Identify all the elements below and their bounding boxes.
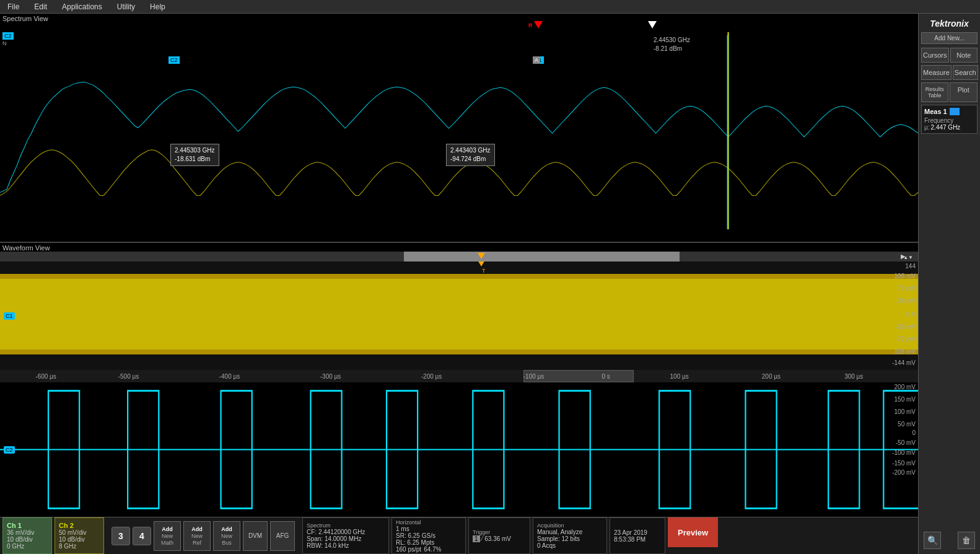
menu-help[interactable]: Help [147, 1, 168, 12]
time-label-3: -400 µs [219, 373, 240, 380]
wf-upper-y9: -144 mV [892, 359, 916, 366]
time-display: 8:53:38 PM [614, 536, 661, 543]
time-label-5: -200 µs [421, 373, 442, 380]
search-icon: 🔍 [927, 535, 938, 545]
horizontal-sr: SR: 6.25 GS/s [396, 532, 462, 539]
waveform-scrollbar[interactable]: ▶ ▲▼ [0, 252, 918, 262]
ch2-val1: 50 mV/div [59, 529, 100, 536]
menu-bar: File Edit Applications Utility Help [0, 0, 980, 14]
add-bus-btn[interactable]: Add New Bus [213, 521, 240, 551]
acquisition-acqs: 0 Acqs [537, 542, 603, 549]
afg-btn[interactable]: AFG [270, 521, 295, 551]
wf-upper-y3: 72 mV [898, 285, 916, 292]
wf-lower-panel: C2 200 mV 150 mV 100 mV 50 mV 0 -50 mV -… [0, 382, 918, 517]
r-label: R [528, 22, 533, 29]
trigger-ch-indicator: 1 [473, 535, 480, 542]
content-area: Spectrum View -5 dBm -15 dBm -25 dBm -35… [0, 14, 918, 554]
meas1-header: Meas 1 [924, 108, 974, 115]
menu-edit[interactable]: Edit [32, 1, 50, 12]
menu-applications[interactable]: Applications [59, 1, 105, 12]
spectrum-view-title: Spectrum View [2, 15, 48, 22]
wf-timescale: -600 µs -500 µs -400 µs -300 µs -200 µs … [0, 370, 918, 382]
add-ref-btn[interactable]: Add New Ref [183, 521, 211, 551]
wf-upper-y5: 0 V [906, 311, 916, 318]
trigger-marker-white [648, 21, 657, 29]
plot-button[interactable]: Plot [950, 82, 978, 102]
cursors-note-pair: Cursors Note [921, 48, 978, 63]
ch2-status: Ch 2 50 mV/div 10 dB/div 8 GHz [55, 517, 104, 554]
wf-upper-svg [0, 262, 918, 370]
cursors-button[interactable]: Cursors [921, 48, 949, 63]
main-layout: Spectrum View -5 dBm -15 dBm -25 dBm -35… [0, 14, 980, 554]
spectrum-cf: CF: 2.44120000 GHz [307, 529, 385, 535]
marker-R-info: 2.44530 GHz -8.21 dBm [654, 36, 690, 53]
svg-rect-4 [0, 274, 918, 354]
search-button[interactable]: Search [953, 65, 978, 80]
horizontal-rl: RL: 6.25 Mpts [396, 539, 462, 546]
num-btn-4[interactable]: 4 [133, 527, 151, 545]
horizontal-pts: 160 ps/pt [396, 546, 421, 553]
num-btn-3[interactable]: 3 [112, 527, 130, 545]
preview-button[interactable]: Preview [668, 517, 718, 547]
menu-utility[interactable]: Utility [115, 1, 138, 12]
wf-lower-y5: 0 [912, 429, 916, 436]
wf-upper-y6: -36 mV [896, 323, 916, 330]
wf-lower-y8: -150 mV [892, 460, 916, 467]
ch1-val3: 0 GHz [7, 543, 48, 550]
menu-file[interactable]: File [5, 1, 22, 12]
ch2-label: Ch 2 [59, 522, 100, 529]
meas1-box: Meas 1 Frequency µ: 2.447 GHz [921, 105, 978, 134]
date-display: 23 Apr 2019 [614, 529, 661, 536]
scroll-expand[interactable]: ▲▼ [903, 255, 913, 260]
marker-R-freq: 2.44530 GHz [654, 37, 690, 43]
wf-upper-y8: -108 mV [892, 348, 916, 355]
acquisition-status: Acquisition Manual, Analyze Sample: 12 b… [533, 517, 607, 554]
wf-lower-y1: 200 mV [895, 384, 916, 390]
ch2-val3: 8 GHz [59, 543, 100, 550]
acquisition-sample: Sample: 12 bits [537, 535, 603, 542]
meas1-color-indicator [950, 108, 960, 115]
wf-lower-y2: 150 mV [895, 396, 916, 403]
trash-icon-btn[interactable]: 🗑 [958, 532, 975, 549]
spectrum-waveform-svg [0, 14, 918, 242]
horizontal-time: 1 ms [396, 525, 462, 532]
time-label-selected: -100 µs [523, 373, 545, 380]
meas1-freq-label: Frequency [924, 117, 974, 124]
wf-lower-y6: -50 mV [896, 439, 916, 446]
acquisition-label: Acquisition [537, 522, 603, 529]
measure-button[interactable]: Measure [921, 65, 952, 80]
status-bar: Ch 1 36 mV/div 10 dB/div 0 GHz Ch 2 50 m… [0, 517, 918, 554]
wf-C2-channel-label: C2 [4, 446, 15, 454]
svg-rect-5 [0, 274, 918, 279]
time-label-9: 300 µs [844, 373, 863, 380]
spectrum-span: Span: 14.0000 MHz [307, 535, 385, 542]
scrollbar-thumb[interactable] [404, 252, 680, 262]
search-icon-btn[interactable]: 🔍 [924, 532, 941, 549]
wf-lower-y4: 50 mV [898, 421, 916, 428]
wf-upper-y1: 144 [905, 263, 916, 270]
add-new-button[interactable]: Add New... [921, 32, 978, 44]
acquisition-mode: Manual, Analyze [537, 529, 603, 535]
trigger-value: 63.36 mV [484, 535, 511, 542]
center-buttons: 3 4 Add New Math Add New Ref Add New Bus [107, 517, 300, 554]
wf-trigger-T-label: T [482, 268, 486, 274]
results-table-button[interactable]: ResultsTable [921, 82, 948, 102]
meas1-mu-label: µ: [924, 124, 930, 131]
add-math-btn[interactable]: Add New Math [154, 521, 181, 551]
horizontal-label: Horizontal [396, 519, 462, 525]
cursor-B-C2-label: C2 [168, 56, 180, 64]
wf-lower-y3: 100 mV [895, 408, 916, 415]
results-plot-pair: ResultsTable Plot [921, 82, 978, 102]
time-label-2: -500 µs [118, 373, 139, 380]
time-label-4: -300 µs [320, 373, 341, 380]
cursor-A-label: A [533, 56, 540, 64]
wf-lower-y9: -200 mV [892, 469, 916, 476]
wf-upper-y7: -72 mV [896, 336, 916, 343]
wf-trigger-T-marker [478, 262, 485, 266]
ch-N-indicator: N [2, 40, 14, 46]
datetime-status: 23 Apr 2019 8:53:38 PM [610, 517, 665, 554]
note-button[interactable]: Note [950, 48, 978, 63]
trigger-label: Trigger [473, 529, 526, 535]
dvm-btn[interactable]: DVM [243, 521, 268, 551]
spectrum-view: Spectrum View -5 dBm -15 dBm -25 dBm -35… [0, 14, 918, 243]
